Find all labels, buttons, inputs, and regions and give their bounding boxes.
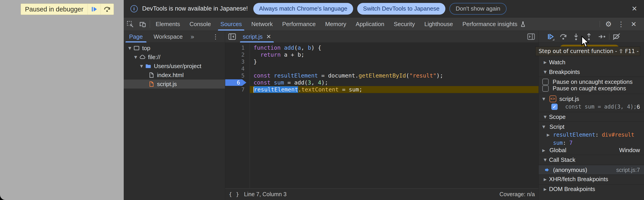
- code-line-3[interactable]: 3}: [225, 58, 538, 65]
- code-line-5[interactable]: 5const resultElement = document.getEleme…: [225, 72, 538, 79]
- resume-script-button[interactable]: [88, 4, 100, 14]
- tree-item-file-protocol[interactable]: ▼ file://: [124, 53, 225, 62]
- code-token: resultElement: [254, 86, 298, 93]
- scope-section-header[interactable]: ▼ Scope: [539, 112, 644, 122]
- paused-banner-label: Paused in debugger: [21, 4, 88, 14]
- breakpoint-file-group[interactable]: ▼ <> script.js: [539, 94, 644, 104]
- inspect-element-button[interactable]: [124, 17, 136, 30]
- code-token: );: [436, 72, 443, 79]
- line-number[interactable]: 4: [225, 65, 250, 72]
- toggle-debugger-sidebar-icon[interactable]: [524, 31, 538, 42]
- code-line-content[interactable]: const sum = add(3, 4);: [250, 79, 538, 86]
- step-over-banner-button[interactable]: [100, 4, 114, 14]
- pretty-print-icon[interactable]: { }: [229, 192, 240, 197]
- code-line-1[interactable]: 1function add(a, b) {: [225, 44, 538, 51]
- code-line-4[interactable]: 4: [225, 65, 538, 72]
- tab-memory[interactable]: Memory: [320, 17, 351, 30]
- frame-icon: [133, 45, 140, 51]
- code-token: sum: [274, 79, 284, 86]
- tab-lighthouse[interactable]: Lighthouse: [420, 17, 458, 30]
- tree-item-project-folder[interactable]: ▼ Users/user/project: [124, 62, 225, 71]
- screen: Paused in debugger i DevTools is now ava…: [0, 0, 644, 200]
- scope-global-group[interactable]: ▶ Global Window: [539, 147, 644, 155]
- switch-to-japanese-button[interactable]: Switch DevTools to Japanese: [357, 3, 446, 14]
- xhr-breakpoints-section-header[interactable]: ▶ XHR/fetch Breakpoints: [539, 175, 644, 184]
- code-editor[interactable]: 1function add(a, b) {2 return a + b;3}45…: [225, 43, 538, 188]
- tree-item-script-js[interactable]: script.js: [124, 80, 225, 89]
- code-line-content[interactable]: }: [250, 58, 538, 65]
- expand-arrow-icon: ▼: [128, 46, 131, 50]
- close-devtools-icon[interactable]: ✕: [627, 20, 640, 28]
- paused-in-debugger-banner: Paused in debugger: [21, 3, 114, 15]
- pause-caught-checkbox[interactable]: [542, 85, 549, 92]
- collapse-navigator-icon[interactable]: [225, 31, 239, 42]
- code-line-content[interactable]: function add(a, b) {: [250, 44, 538, 51]
- tab-performance-insights[interactable]: Performance insights: [458, 17, 531, 30]
- code-token: add: [284, 44, 294, 51]
- code-line-7[interactable]: 7resultElement.textContent = sum;: [225, 86, 538, 93]
- infobar-close-icon[interactable]: ✕: [630, 5, 638, 12]
- line-number[interactable]: 7: [225, 86, 250, 93]
- breakpoint-checkbox[interactable]: ✓: [551, 104, 558, 110]
- step-over-button[interactable]: [557, 31, 570, 42]
- tab-elements[interactable]: Elements: [151, 17, 185, 30]
- code-line-content[interactable]: resultElement.textContent = sum;: [250, 86, 538, 93]
- tabbar-separator-right: [600, 21, 600, 27]
- inspect-icon: [126, 20, 134, 28]
- editor-tab-script-js[interactable]: script.js ✕: [239, 31, 275, 42]
- tab-application[interactable]: Application: [351, 17, 389, 30]
- code-line-content[interactable]: const resultElement = document.getElemen…: [250, 72, 538, 79]
- code-token: (: [294, 44, 298, 51]
- code-line-content[interactable]: return a + b;: [250, 51, 538, 58]
- step-into-button[interactable]: [570, 31, 582, 42]
- pause-caught-exceptions-row[interactable]: Pause on caught exceptions: [539, 86, 644, 94]
- pause-uncaught-exceptions-row[interactable]: Pause on uncaught exceptions: [539, 78, 644, 86]
- step-button[interactable]: [596, 31, 608, 42]
- code-token: = sum;: [339, 86, 362, 93]
- code-token: b: [308, 44, 311, 51]
- code-line-2[interactable]: 2 return a + b;: [225, 51, 538, 58]
- code-line-content[interactable]: [250, 65, 538, 72]
- tab-network[interactable]: Network: [246, 17, 277, 30]
- deactivate-breakpoints-button[interactable]: [610, 31, 623, 42]
- code-token: const: [254, 72, 270, 79]
- line-number[interactable]: 3: [225, 58, 250, 65]
- tab-performance[interactable]: Performance: [278, 17, 320, 30]
- call-stack-section-header[interactable]: ▼ Call Stack: [539, 155, 644, 165]
- always-match-language-button[interactable]: Always match Chrome's language: [253, 3, 353, 14]
- resume-script-execution-button[interactable]: [544, 31, 557, 42]
- breakpoint-marker[interactable]: 6: [225, 79, 246, 86]
- line-number[interactable]: 1: [225, 44, 250, 51]
- breakpoints-section-header[interactable]: ▼ Breakpoints: [539, 67, 644, 77]
- pause-uncaught-checkbox[interactable]: [542, 79, 549, 85]
- kebab-menu-icon[interactable]: ⋮: [615, 20, 627, 28]
- tree-item-top[interactable]: ▼ top: [124, 44, 225, 53]
- scope-var-resultelement[interactable]: ▶ resultElement: div#result: [539, 131, 644, 139]
- tab-sources[interactable]: Sources: [216, 17, 246, 30]
- toggle-device-toolbar-button[interactable]: [136, 17, 149, 30]
- close-tab-icon[interactable]: ✕: [266, 33, 271, 40]
- dont-show-again-button[interactable]: Don't show again: [450, 3, 507, 14]
- breakpoint-line-number: 6: [637, 103, 640, 110]
- line-number[interactable]: 2: [225, 51, 250, 58]
- code-token: resultElement: [274, 72, 318, 79]
- navigator-tab-workspace[interactable]: Workspace: [148, 31, 188, 42]
- navigator-kebab-icon[interactable]: ⋮: [210, 31, 225, 42]
- line-number[interactable]: 5: [225, 72, 250, 79]
- code-lines: 1function add(a, b) {2 return a + b;3}45…: [225, 44, 538, 93]
- code-line-6[interactable]: 6const sum = add(3, 4);: [225, 79, 538, 86]
- dom-breakpoints-section-header[interactable]: ▶ DOM Breakpoints: [539, 185, 644, 194]
- watch-section-header[interactable]: ▶ Watch: [539, 57, 644, 67]
- tab-security[interactable]: Security: [389, 17, 420, 30]
- tree-item-index-html[interactable]: index.html: [124, 71, 225, 80]
- settings-gear-icon[interactable]: ⚙: [602, 20, 615, 28]
- more-tabs-chevrons-icon[interactable]: »: [188, 31, 196, 42]
- breakpoint-entry-row[interactable]: ✓ const sum = add(3, 4); 6: [539, 104, 644, 112]
- breakpoint-gutter[interactable]: 6: [225, 79, 250, 86]
- scope-script-group[interactable]: ▼ Script: [539, 123, 644, 131]
- scope-var-sum[interactable]: sum: 7: [539, 139, 644, 147]
- code-token: function: [254, 44, 280, 51]
- navigator-tab-page[interactable]: Page: [124, 31, 148, 42]
- call-stack-frame[interactable]: (anonymous) script.js:7: [539, 165, 644, 174]
- tab-console[interactable]: Console: [185, 17, 216, 30]
